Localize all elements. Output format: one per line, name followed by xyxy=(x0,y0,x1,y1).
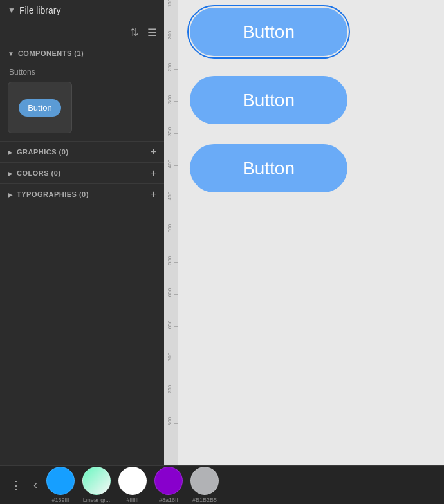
button-component-card[interactable]: Button xyxy=(8,82,72,133)
ruler-mark: 300 xyxy=(164,97,178,106)
ruler-mark: 800 xyxy=(164,418,178,427)
linear-label: Linear gr... xyxy=(83,497,111,503)
swatch-blue[interactable]: #169fff xyxy=(44,465,77,504)
sidebar-header[interactable]: ▼ File library xyxy=(0,0,164,21)
section-typographies: ▶ TYPOGRAPHIES (0) + xyxy=(0,184,164,205)
section-components-header[interactable]: ▼ COMPONENTS (1) xyxy=(0,44,164,62)
blue-circle xyxy=(46,467,75,495)
white-label: #ffffff xyxy=(126,497,138,503)
gray-circle xyxy=(190,467,219,495)
ruler-mark: 500 xyxy=(164,225,178,234)
ruler-mark: 550 xyxy=(164,257,178,266)
linear-circle xyxy=(82,467,111,495)
components-label: COMPONENTS (1) xyxy=(18,50,156,57)
ruler-left: 1502002503003504004505005506006507007508… xyxy=(164,0,178,465)
ruler-mark: 250 xyxy=(164,64,178,73)
sidebar-title: File library xyxy=(19,5,156,15)
graphics-label: GRAPHICS (0) xyxy=(17,148,151,156)
gray-label: #B1B2B5 xyxy=(192,497,217,503)
palette-menu-icon[interactable]: ⋮ xyxy=(5,476,27,495)
buttons-subsection-label: Buttons xyxy=(8,68,156,77)
colors-label: COLORS (0) xyxy=(17,169,151,177)
canvas-button-2[interactable]: Button xyxy=(190,76,347,124)
sidebar: ▼ File library ⇅ ☰ ▼ COMPONENTS (1) Butt… xyxy=(0,0,164,465)
canvas-button-3[interactable]: Button xyxy=(190,144,347,192)
ruler-mark: 200 xyxy=(164,32,178,41)
colors-add-icon[interactable]: + xyxy=(151,168,156,178)
swatch-gray[interactable]: #B1B2B5 xyxy=(188,465,221,504)
section-graphics-header[interactable]: ▶ GRAPHICS (0) + xyxy=(0,142,164,162)
graphics-add-icon[interactable]: + xyxy=(151,147,156,157)
ruler-mark: 400 xyxy=(164,161,178,170)
sidebar-chevron-icon: ▼ xyxy=(8,6,15,15)
sidebar-toolbar: ⇅ ☰ xyxy=(0,21,164,44)
ruler-mark: 700 xyxy=(164,354,178,363)
ruler-mark: 150 xyxy=(164,0,178,9)
section-components: ▼ COMPONENTS (1) Buttons Button xyxy=(0,44,164,142)
colors-chevron-icon: ▶ xyxy=(8,170,13,177)
main-area: ▼ File library ⇅ ☰ ▼ COMPONENTS (1) Butt… xyxy=(0,0,444,465)
palette-prev-icon[interactable]: ‹ xyxy=(30,476,41,494)
graphics-chevron-icon: ▶ xyxy=(8,149,13,156)
button-preview[interactable]: Button xyxy=(19,99,61,117)
swatch-white[interactable]: #ffffff xyxy=(116,465,149,504)
bottom-bar: ⋮ ‹ #169fff Linear gr... #ffffff #8a16ff… xyxy=(0,465,444,504)
typographies-label: TYPOGRAPHIES (0) xyxy=(17,191,151,198)
components-chevron-icon: ▼ xyxy=(8,50,14,57)
purple-label: #8a16ff xyxy=(159,497,178,503)
ruler-mark: 600 xyxy=(164,290,178,299)
sort-icon[interactable]: ⇅ xyxy=(127,25,141,40)
white-circle xyxy=(118,467,147,495)
swatch-purple[interactable]: #8a16ff xyxy=(152,465,185,504)
section-colors-header[interactable]: ▶ COLORS (0) + xyxy=(0,163,164,183)
section-graphics: ▶ GRAPHICS (0) + xyxy=(0,142,164,163)
ruler-mark: 350 xyxy=(164,129,178,138)
purple-circle xyxy=(154,467,183,495)
section-typographies-header[interactable]: ▶ TYPOGRAPHIES (0) + xyxy=(0,184,164,205)
section-colors: ▶ COLORS (0) + xyxy=(0,163,164,184)
canvas-area[interactable]: 1502002503003504004505005506006507007508… xyxy=(164,0,444,465)
list-view-icon[interactable]: ☰ xyxy=(145,25,159,40)
ruler-mark: 450 xyxy=(164,193,178,202)
canvas-button-1[interactable]: Button xyxy=(190,8,347,56)
swatch-linear[interactable]: Linear gr... xyxy=(80,465,113,504)
ruler-mark: 650 xyxy=(164,322,178,331)
canvas-content: Button Button Button xyxy=(178,0,444,465)
ruler-mark: 750 xyxy=(164,386,178,395)
typographies-add-icon[interactable]: + xyxy=(151,189,156,200)
typographies-chevron-icon: ▶ xyxy=(8,191,13,198)
components-content: Buttons Button xyxy=(0,62,164,141)
blue-label: #169fff xyxy=(51,497,69,503)
